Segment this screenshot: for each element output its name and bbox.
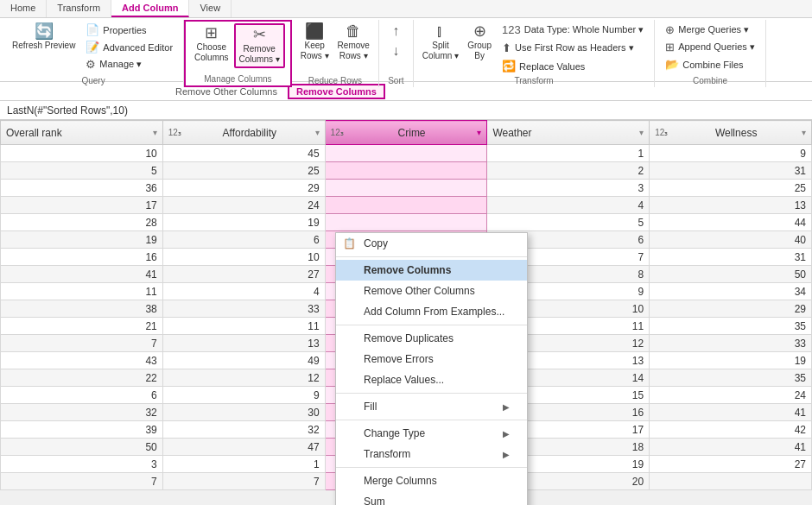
ctx-label-remove_errors: Remove Errors (364, 353, 434, 365)
table-cell: 47 (162, 439, 325, 456)
group-by-icon: ⊕ (473, 23, 486, 39)
table-cell: 41 (1, 266, 163, 283)
replace-values-button[interactable]: 🔁 Replace Values (497, 58, 649, 74)
sort-desc-button[interactable]: ↓ (387, 41, 404, 60)
col-filter-wellness[interactable]: ▾ (802, 128, 806, 137)
col-type-crime: 12₃ (331, 128, 344, 137)
table-cell: 25 (650, 180, 812, 197)
use-first-row-button[interactable]: ⬆ Use First Row as Headers ▾ (497, 40, 649, 56)
table-cell: 44 (650, 214, 812, 231)
col-header-crime[interactable]: 12₃ Crime ▾ (325, 121, 487, 145)
table-cell: 7 (1, 473, 163, 490)
ctx-label-merge_columns: Merge Columns (364, 475, 437, 487)
sort-asc-button[interactable]: ↑ (387, 22, 404, 41)
sort-label: Sort (388, 76, 403, 87)
context-menu-item-fill[interactable]: Fill▶ (336, 396, 527, 417)
ctx-label-remove_duplicates: Remove Duplicates (364, 332, 454, 344)
context-menu-item-copy[interactable]: 📋Copy (336, 233, 527, 254)
table-cell: 35 (650, 369, 812, 387)
tab-add-column[interactable]: Add Column (111, 0, 189, 17)
combine-items: ⊕ Merge Queries ▾ ⊞ Append Queries ▾ 📂 C… (660, 20, 760, 76)
data-type-button[interactable]: 123 Data Type: Whole Number ▾ (497, 22, 649, 38)
ctx-label-change_type: Change Type (364, 427, 425, 439)
remove-columns-button[interactable]: ✂ RemoveColumns ▾ (234, 23, 285, 68)
table-cell: 30 (162, 404, 325, 421)
table-cell: 4 (162, 283, 325, 300)
table-cell: 9 (650, 145, 812, 162)
append-queries-button[interactable]: ⊞ Append Queries ▾ (660, 39, 760, 55)
combine-files-button[interactable]: 📂 Combine Files (660, 56, 760, 73)
ribbon-group-sort: ↑ ↓ Sort (379, 20, 414, 87)
tab-home[interactable]: Home (0, 0, 47, 17)
keep-rows-button[interactable]: ⬛ KeepRows ▾ (297, 22, 333, 63)
col-header-affordability[interactable]: 12₃ Affordability ▾ (162, 121, 325, 145)
table-cell: 28 (1, 214, 163, 231)
ribbon-content: 🔄 Refresh Preview 📄 Properties 📝 Advance… (0, 18, 812, 89)
table-cell: 6 (1, 387, 163, 404)
context-menu-item-merge_columns[interactable]: Merge Columns (336, 470, 527, 491)
context-menu-item-remove_other_columns[interactable]: Remove Other Columns (336, 281, 527, 301)
properties-button[interactable]: 📄 Properties (80, 22, 178, 38)
group-by-button[interactable]: ⊕ GroupBy (464, 22, 495, 63)
context-menu-item-add_column_from_examples[interactable]: Add Column From Examples... (336, 301, 527, 322)
choose-columns-button[interactable]: ⊞ ChooseColumns (191, 23, 232, 65)
table-cell: 41 (650, 404, 812, 421)
table-cell: 31 (650, 249, 812, 266)
remove-columns-label: RemoveColumns ▾ (239, 44, 280, 65)
transform-items: ⫿ SplitColumn ▾ ⊕ GroupBy 123 Data Type:… (419, 20, 649, 76)
col-type-wellness: 12₃ (655, 128, 668, 137)
remove-columns-icon: ✂ (253, 27, 266, 42)
split-column-button[interactable]: ⫿ SplitColumn ▾ (419, 22, 462, 63)
table-cell: 13 (650, 197, 812, 214)
col-filter-affordability[interactable]: ▾ (315, 128, 320, 137)
group-by-label: GroupBy (467, 41, 492, 61)
table-cell: 25 (162, 162, 325, 180)
col-filter-overall-rank[interactable]: ▾ (153, 128, 157, 137)
col-header-weather[interactable]: Weather ▾ (487, 121, 650, 145)
table-cell: 2 (487, 162, 650, 180)
table-cell: 33 (650, 335, 812, 352)
merge-queries-button[interactable]: ⊕ Merge Queries ▾ (660, 22, 760, 38)
table-row: 525231 (1, 162, 812, 180)
context-menu-item-replace_values[interactable]: Replace Values... (336, 369, 527, 390)
table-cell: 19 (650, 352, 812, 369)
table-row: 1724413 (1, 197, 812, 214)
table-cell (325, 180, 487, 197)
advanced-editor-button[interactable]: 📝 Advanced Editor (80, 39, 178, 55)
col-header-wellness[interactable]: 12₃ Wellness ▾ (650, 121, 812, 145)
table-cell: 5 (487, 214, 650, 231)
col-header-overall-rank[interactable]: Overall rank ▾ (1, 121, 163, 145)
data-type-label: Data Type: Whole Number ▾ (524, 24, 644, 35)
properties-label: Properties (103, 25, 146, 35)
context-menu-item-transform[interactable]: Transform▶ (336, 444, 527, 464)
ribbon-group-manage-columns: ⊞ ChooseColumns ✂ RemoveColumns ▾ Manage… (184, 20, 292, 87)
formula-content: LastN(#"Sorted Rows",10) (7, 104, 128, 117)
table-cell: 50 (650, 266, 812, 283)
remove-rows-button[interactable]: 🗑 RemoveRows ▾ (334, 22, 373, 63)
col-label-crime: Crime (398, 127, 426, 139)
sort-buttons: ↑ ↓ (387, 22, 404, 60)
table-cell (325, 197, 487, 214)
refresh-label: Refresh Preview (12, 41, 75, 51)
context-menu-separator (336, 420, 527, 420)
context-menu-item-remove_columns[interactable]: Remove Columns (336, 260, 527, 281)
table-cell: 1 (162, 456, 325, 473)
combine-sub: ⊕ Merge Queries ▾ ⊞ Append Queries ▾ 📂 C… (660, 22, 760, 73)
manage-button[interactable]: ⚙ Manage ▾ (80, 56, 178, 73)
context-menu-item-remove_duplicates[interactable]: Remove Duplicates (336, 328, 527, 349)
ctx-label-sum: Sum (364, 496, 385, 505)
tab-transform[interactable]: Transform (47, 0, 111, 17)
col-filter-crime[interactable]: ▾ (477, 128, 481, 137)
context-menu-item-remove_errors[interactable]: Remove Errors (336, 349, 527, 369)
col-filter-weather[interactable]: ▾ (639, 128, 644, 137)
ribbon-group-reduce-rows: ⬛ KeepRows ▾ 🗑 RemoveRows ▾ Reduce Rows (292, 20, 379, 87)
ctx-icon-copy: 📋 (343, 237, 356, 249)
context-menu-item-change_type[interactable]: Change Type▶ (336, 423, 527, 444)
combine-label: Combine (693, 76, 727, 87)
merge-queries-icon: ⊕ (665, 23, 675, 36)
table-cell: 38 (1, 300, 163, 318)
tab-view[interactable]: View (189, 0, 232, 17)
table-cell: 7 (162, 473, 325, 490)
context-menu-item-sum[interactable]: Sum (336, 491, 527, 505)
refresh-preview-button[interactable]: 🔄 Refresh Preview (9, 22, 79, 53)
